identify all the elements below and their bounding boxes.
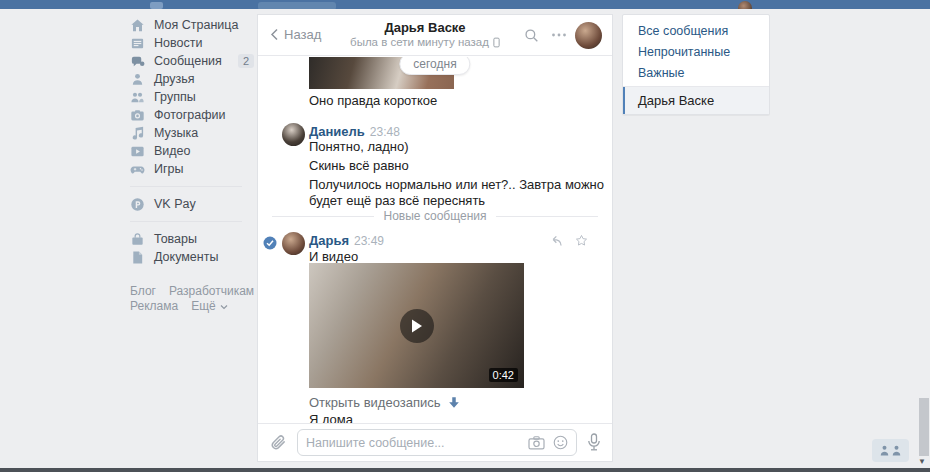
photos-icon [130, 108, 145, 123]
chat-online-status: была в сети минуту назад [348, 36, 502, 48]
friends-icon [130, 72, 145, 87]
filter-unread[interactable]: Непрочитанные [623, 42, 769, 63]
avatar[interactable] [282, 232, 305, 255]
collapse-caret-icon[interactable]: ▼ [918, 457, 926, 466]
sidebar-item-video[interactable]: Видео [130, 142, 254, 160]
sidebar-item-label: Фотографии [154, 108, 225, 122]
sidebar-item-games[interactable]: Игры [130, 160, 254, 178]
sidebar-item-label: Документы [154, 250, 218, 264]
play-icon[interactable] [400, 309, 434, 343]
message-history: сегодня Оно правда короткое Даниель23:48… [258, 57, 612, 423]
star-icon[interactable] [575, 234, 588, 247]
divider-line [496, 216, 598, 217]
messages-filter-panel: Все сообщения Непрочитанные Важные Дарья… [622, 14, 770, 115]
sidebar-item-label: Сообщения [154, 54, 222, 68]
chevron-down-icon [220, 304, 228, 310]
divider-line [272, 216, 374, 217]
video-attachment[interactable]: 0:42 [309, 263, 524, 388]
new-messages-label: Новые сообщения [384, 209, 487, 223]
sidebar-item-messages[interactable]: Сообщения 2 [130, 52, 254, 70]
sender-name[interactable]: Даниель [309, 124, 365, 139]
sidebar-item-label: VK Pay [154, 197, 196, 211]
avatar[interactable] [282, 123, 305, 146]
message-text: Скинь всё равно [309, 158, 409, 174]
games-icon [130, 162, 145, 177]
status-text: была в сети минуту назад [350, 36, 489, 48]
sidebar-item-vk-pay[interactable]: VK Pay [130, 195, 254, 213]
filter-important[interactable]: Важные [623, 63, 769, 84]
top-app-bar [0, 0, 930, 9]
message-text: Понятно, ладно) [309, 139, 409, 155]
back-button[interactable]: Назад [270, 27, 321, 42]
person-icon [880, 445, 889, 456]
open-video-link[interactable]: Открыть видеозапись [309, 395, 461, 410]
friends-online-dock[interactable] [872, 439, 909, 462]
sidebar-item-friends[interactable]: Друзья [130, 70, 254, 88]
topbar-search-input[interactable] [258, 2, 336, 9]
message-text: Получилось нормально или нет?.. Завтра м… [309, 177, 605, 209]
conversation-item-selected[interactable]: Дарья Васке [623, 87, 769, 114]
open-video-label: Открыть видеозапись [309, 395, 441, 410]
sidebar-item-label: Друзья [154, 72, 195, 86]
news-icon [130, 36, 145, 51]
new-messages-divider: Новые сообщения [272, 209, 598, 223]
person-icon [892, 445, 901, 456]
sidebar-item-label: Моя Страница [154, 18, 238, 32]
sidebar-item-label: Товары [154, 232, 197, 246]
footer-more-label: Ещё [191, 299, 216, 314]
chevron-left-icon [270, 28, 279, 41]
page-scrollbar-thumb[interactable] [919, 398, 929, 456]
reply-icon[interactable] [548, 234, 563, 247]
video-icon [130, 144, 145, 159]
chat-header: Назад Дарья Васке была в сети минуту наз… [258, 15, 612, 56]
document-icon [130, 250, 145, 265]
filter-all-messages[interactable]: Все сообщения [623, 21, 769, 42]
microphone-icon[interactable] [587, 433, 601, 452]
sidebar-item-my-page[interactable]: Моя Страница [130, 16, 254, 34]
sidebar-item-market[interactable]: Товары [130, 230, 254, 248]
sidebar-divider [130, 221, 242, 222]
video-duration-badge: 0:42 [489, 368, 518, 382]
topbar-user-avatar[interactable] [738, 1, 752, 9]
sidebar-item-label: Новости [154, 36, 202, 50]
sidebar-item-label: Игры [154, 162, 183, 176]
chat-peer-info: Дарья Васке была в сети минуту назад [348, 20, 502, 48]
groups-icon [130, 90, 145, 105]
sidebar-divider [130, 186, 242, 187]
more-actions-icon[interactable] [551, 32, 567, 38]
sender-name[interactable]: Дарья [309, 233, 349, 248]
message-hover-actions [548, 234, 588, 247]
mobile-phone-icon [493, 37, 500, 48]
footer-link-more[interactable]: Ещё [191, 299, 228, 314]
chat-title[interactable]: Дарья Васке [348, 20, 502, 35]
footer-link-blog[interactable]: Блог [130, 284, 156, 299]
sidebar-item-photos[interactable]: Фотографии [130, 106, 254, 124]
chat-peer-avatar[interactable] [575, 22, 602, 49]
sidebar-item-label: Музыка [154, 126, 198, 140]
music-icon [130, 126, 145, 141]
shopping-bag-icon [130, 232, 145, 247]
back-label: Назад [284, 27, 321, 42]
read-checkmark-icon [263, 236, 277, 250]
sidebar-item-music[interactable]: Музыка [130, 124, 254, 142]
search-icon[interactable] [524, 28, 539, 43]
camera-icon[interactable] [528, 436, 545, 450]
footer-link-ads[interactable]: Реклама [130, 299, 178, 314]
messages-icon [130, 54, 145, 69]
bottom-window-edge [0, 468, 930, 472]
attach-icon[interactable] [269, 434, 287, 452]
sidebar-item-news[interactable]: Новости [130, 34, 254, 52]
message-input[interactable] [306, 436, 520, 450]
sidebar-item-label: Видео [154, 144, 191, 158]
unread-count-badge: 2 [238, 54, 254, 68]
date-pill: сегодня [399, 57, 470, 75]
sidebar-item-groups[interactable]: Группы [130, 88, 254, 106]
emoji-icon[interactable] [553, 435, 568, 450]
vk-pay-icon [130, 197, 145, 212]
vk-logo[interactable] [150, 2, 163, 9]
sidebar-item-documents[interactable]: Документы [130, 248, 254, 266]
footer-link-developers[interactable]: Разработчикам [169, 284, 254, 299]
message-text: Я дома [309, 412, 353, 423]
chat-panel: Назад Дарья Васке была в сети минуту наз… [257, 14, 613, 462]
message-time: 23:48 [370, 125, 400, 139]
